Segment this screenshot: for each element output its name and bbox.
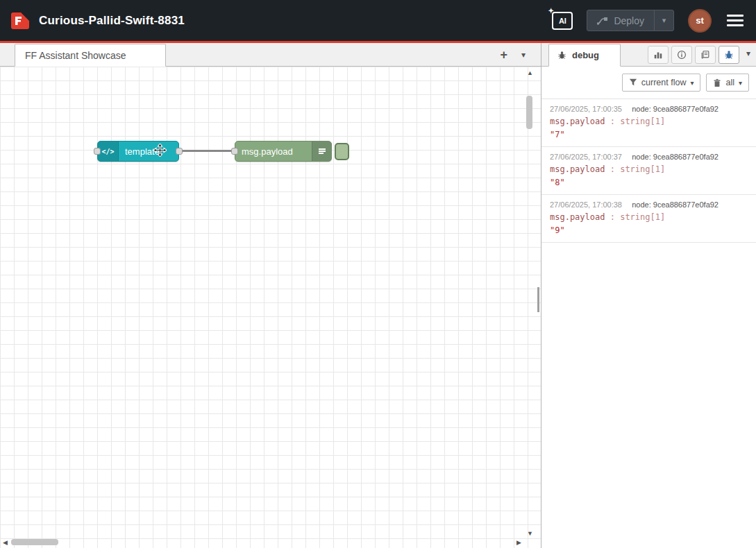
message-timestamp: 27/06/2025, 17:00:38 [550,200,622,209]
tab-help-docs[interactable] [695,46,716,64]
bug-icon [557,51,566,60]
bar-chart-icon [653,50,663,60]
chevron-down-icon: ▾ [739,79,742,87]
trash-icon [713,78,721,87]
template-node-icon: </> [98,142,119,161]
horizontal-scrollbar-thumb[interactable] [11,539,58,545]
tab-debug-icon[interactable] [719,46,739,64]
move-cursor [153,144,167,157]
debug-toolbar: current flow ▾ all ▾ [541,67,756,99]
scroll-down-arrow[interactable]: ▼ [527,530,533,537]
bug-icon [724,50,734,60]
template-input-port[interactable] [94,148,101,155]
menu-bar [727,24,744,26]
debug-filter-button[interactable]: current flow ▾ [622,74,701,92]
user-avatar[interactable]: st [688,9,712,33]
sidebar-tab-bar: debug [541,43,756,67]
message-node-id: node: 9cea886877e0fa92 [632,200,748,209]
debug-message[interactable]: 27/06/2025, 17:00:35 node: 9cea886877e0f… [541,99,756,147]
message-type: string[1] [620,117,665,126]
message-type: string[1] [620,212,665,222]
wire-template-to-debug[interactable] [179,150,235,152]
debug-tab-label: debug [572,50,599,60]
tab-debug[interactable]: debug [548,44,621,67]
ai-assistant-button[interactable]: ✦ AI [552,12,573,30]
tab-info[interactable] [671,46,692,64]
console-list-icon [317,146,328,157]
debug-message[interactable]: 27/06/2025, 17:00:38 node: 9cea886877e0f… [541,195,756,243]
debug-message-list: 27/06/2025, 17:00:35 node: 9cea886877e0f… [541,99,756,548]
main-menu-button[interactable] [725,12,745,29]
info-icon [677,50,687,60]
deploy-icon [597,17,608,25]
flow-list-caret[interactable]: ▾ [521,50,526,60]
instance-title: Curious-Pallid-Swift-8831 [39,14,185,28]
node-template[interactable]: </> template [97,141,179,162]
code-icon: </> [101,148,114,155]
vertical-scrollbar-thumb[interactable] [526,96,532,129]
clear-scope-label: all [725,78,734,87]
message-property: msg.payload [550,117,605,126]
flow-tab-active[interactable]: FF Assistant Showcase [15,44,166,67]
chevron-down-icon: ▾ [662,16,666,25]
panel-resize-grip[interactable] [537,287,539,312]
debug-message[interactable]: 27/06/2025, 17:00:37 node: 9cea886877e0f… [541,147,756,195]
message-value: "8" [550,178,748,187]
deploy-button-group: Deploy ▾ [587,10,674,31]
avatar-initials: st [696,15,704,26]
node-debug[interactable]: msg.payload [235,141,332,162]
workspace: FF Assistant Showcase + ▾ </> template m… [0,43,541,548]
flow-tab-bar: FF Assistant Showcase + ▾ [0,43,541,67]
chevron-down-icon: ▾ [690,79,694,87]
debug-input-port[interactable] [231,148,238,155]
flow-canvas[interactable]: </> template msg.payload ▲ [0,67,541,548]
app-logo-icon[interactable] [11,12,31,29]
sidebar-tabs-caret[interactable]: ▾ [746,49,750,61]
debug-toggle-button[interactable] [335,143,349,160]
menu-bar [727,15,744,17]
deploy-label: Deploy [614,15,644,26]
template-output-port[interactable] [176,148,183,155]
scroll-left-arrow[interactable]: ◀ [3,539,8,546]
sparkle-icon: ✦ [548,7,553,15]
app-header: Curious-Pallid-Swift-8831 ✦ AI Deploy ▾ … [0,0,756,41]
scroll-up-arrow[interactable]: ▲ [527,69,533,76]
message-property: msg.payload [550,164,605,174]
message-node-id: node: 9cea886877e0fa92 [632,105,748,113]
message-type: string[1] [620,164,665,174]
menu-bar [727,19,744,22]
debug-node-icon [312,142,331,161]
message-value: "9" [550,225,748,235]
right-sidebar: debug [541,43,756,548]
flow-tab-label: FF Assistant Showcase [25,50,126,61]
book-icon [700,50,710,60]
filter-label: current flow [641,78,687,87]
add-flow-button[interactable]: + [500,49,507,61]
debug-clear-button[interactable]: all ▾ [706,74,749,92]
scroll-right-arrow[interactable]: ▶ [516,539,521,546]
ai-label: AI [559,17,566,25]
deploy-options-caret[interactable]: ▾ [654,10,673,31]
message-value: "7" [550,130,748,139]
message-node-id: node: 9cea886877e0fa92 [632,153,748,161]
message-property: msg.payload [550,212,605,222]
message-timestamp: 27/06/2025, 17:00:37 [550,153,622,161]
deploy-button[interactable]: Deploy [587,10,654,31]
message-timestamp: 27/06/2025, 17:00:35 [550,105,622,113]
tab-dashboard[interactable] [648,46,669,64]
funnel-icon [629,78,637,87]
debug-node-label: msg.payload [235,146,299,157]
